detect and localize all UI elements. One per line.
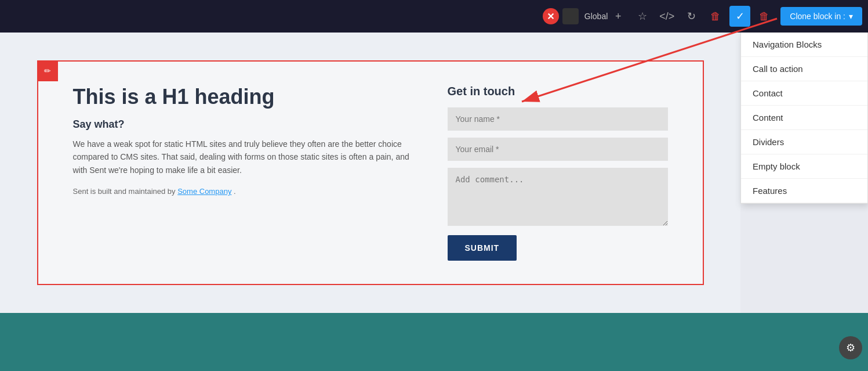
delete-button[interactable]: 🗑 <box>705 6 726 27</box>
block-inner: This is a H1 heading Say what? We have a… <box>38 62 703 284</box>
right-column: Get in touch SUBMIT <box>448 85 668 261</box>
dropdown-item-navigation[interactable]: Navigation Blocks <box>741 33 867 57</box>
block-footer-text: Sent is built and maintained by Some Com… <box>73 186 413 198</box>
trash-button[interactable]: 🗑 <box>754 6 775 27</box>
settings-gear-button[interactable]: ⚙ <box>839 336 862 359</box>
edit-block-icon[interactable]: ✏ <box>37 60 58 81</box>
toolbar-left-group: ✕ Global <box>543 8 608 24</box>
footer-link[interactable]: Some Company <box>177 187 231 196</box>
close-button[interactable]: ✕ <box>543 8 559 24</box>
code-button[interactable]: </> <box>656 6 677 27</box>
check-button[interactable]: ✓ <box>729 6 750 27</box>
clone-block-button[interactable]: Clone block in : ▾ <box>780 7 862 26</box>
clone-label: Clone block in : <box>790 12 845 21</box>
content-area: ✏ This is a H1 heading Say what? We have… <box>0 33 740 313</box>
color-swatch[interactable] <box>562 8 579 24</box>
star-button[interactable]: ☆ <box>632 6 653 27</box>
toolbar-actions: + ☆ </> ↻ 🗑 ✓ 🗑 Clone block in : ▾ <box>608 6 862 27</box>
comment-textarea[interactable] <box>448 168 668 226</box>
toolbar: ✕ Global + ☆ </> ↻ 🗑 ✓ 🗑 Clone block in … <box>0 0 868 33</box>
block-subheading: Say what? <box>73 118 413 131</box>
dropdown-item-cta[interactable]: Call to action <box>741 57 867 81</box>
dropdown-item-features[interactable]: Features <box>741 179 867 203</box>
email-input[interactable] <box>448 138 668 161</box>
dropdown-item-content[interactable]: Content <box>741 106 867 130</box>
global-label: Global <box>584 12 608 21</box>
add-button[interactable]: + <box>608 6 629 27</box>
form-title: Get in touch <box>448 85 668 98</box>
chevron-down-icon: ▾ <box>849 12 853 21</box>
clone-dropdown-menu: Navigation Blocks Call to action Contact… <box>740 33 868 204</box>
dropdown-item-dividers[interactable]: Dividers <box>741 130 867 154</box>
block-heading: This is a H1 heading <box>73 85 413 109</box>
name-input[interactable] <box>448 107 668 131</box>
block-wrapper: ✏ This is a H1 heading Say what? We have… <box>37 60 704 285</box>
footer-section <box>0 313 868 371</box>
dropdown-item-empty[interactable]: Empty block <box>741 154 867 179</box>
left-column: This is a H1 heading Say what? We have a… <box>73 85 413 261</box>
refresh-button[interactable]: ↻ <box>681 6 702 27</box>
dropdown-item-contact[interactable]: Contact <box>741 81 867 106</box>
submit-button[interactable]: SUBMIT <box>448 235 517 261</box>
block-body-text: We have a weak spot for static HTML site… <box>73 138 413 177</box>
